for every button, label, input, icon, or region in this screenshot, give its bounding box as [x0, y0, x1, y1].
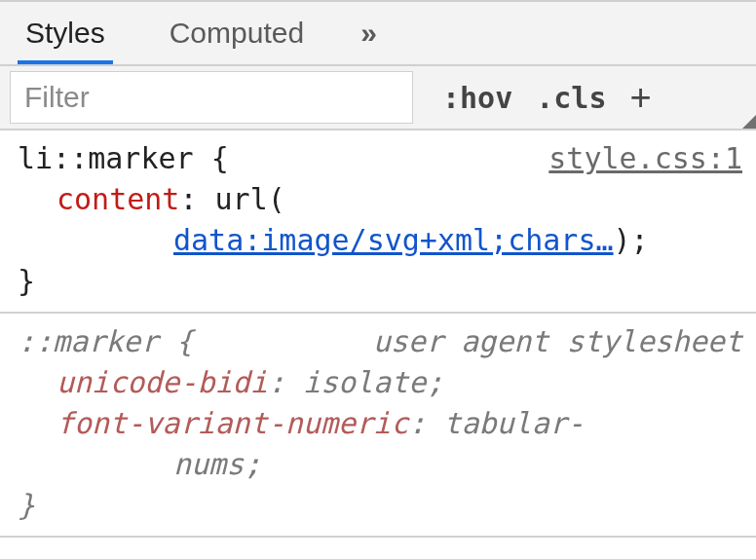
tab-styles[interactable]: Styles [18, 2, 113, 64]
css-rule: user agent stylesheet ::marker { unicode… [0, 314, 756, 538]
declaration[interactable]: unicode-bidi: isolate; [57, 362, 742, 403]
cls-button[interactable]: .cls [536, 81, 606, 115]
declarations: content: url( data:image/svg+xml;chars…)… [18, 179, 742, 261]
toolbar-buttons: :hov .cls + [442, 77, 756, 119]
hov-button[interactable]: :hov [442, 81, 512, 115]
css-property: font-variant-numeric [57, 406, 408, 440]
css-value-part2: nums; [173, 447, 261, 481]
declarations: unicode-bidi: isolate; font-variant-nume… [18, 362, 742, 485]
css-rule: style.css:1 li::marker { content: url( d… [0, 130, 756, 314]
css-value-prefix: url( [215, 182, 285, 216]
resize-corner-icon[interactable] [742, 115, 756, 129]
css-value-continuation: data:image/svg+xml;chars…); [57, 220, 742, 261]
css-property: content [57, 182, 179, 216]
css-value-part1: tabular- [443, 406, 585, 440]
source-link[interactable]: style.css:1 [548, 138, 742, 179]
selector[interactable]: ::marker [18, 324, 159, 358]
rules-list: style.css:1 li::marker { content: url( d… [0, 130, 756, 559]
tabs-bar: Styles Computed » [0, 2, 756, 66]
filter-input[interactable] [10, 71, 413, 124]
source-label: user agent stylesheet [373, 321, 742, 362]
css-value-continuation: nums; [57, 444, 742, 485]
styles-panel: Styles Computed » :hov .cls + style.css:… [0, 0, 756, 559]
declaration[interactable]: content: url( [57, 179, 742, 220]
close-brace: } [18, 488, 35, 522]
styles-toolbar: :hov .cls + [0, 66, 756, 130]
css-value: isolate; [303, 365, 444, 399]
open-brace: { [176, 324, 194, 358]
css-property: unicode-bidi [57, 365, 268, 399]
css-value-suffix: ); [614, 223, 649, 257]
declaration[interactable]: font-variant-numeric: tabular- [57, 403, 742, 444]
url-link[interactable]: data:image/svg+xml;chars… [173, 223, 614, 257]
tab-computed[interactable]: Computed [162, 2, 312, 64]
open-brace: { [211, 141, 229, 175]
close-brace: } [18, 264, 35, 298]
selector[interactable]: li::marker [18, 141, 194, 175]
tabs-overflow-icon[interactable]: » [360, 17, 379, 50]
add-rule-button[interactable]: + [630, 77, 669, 119]
